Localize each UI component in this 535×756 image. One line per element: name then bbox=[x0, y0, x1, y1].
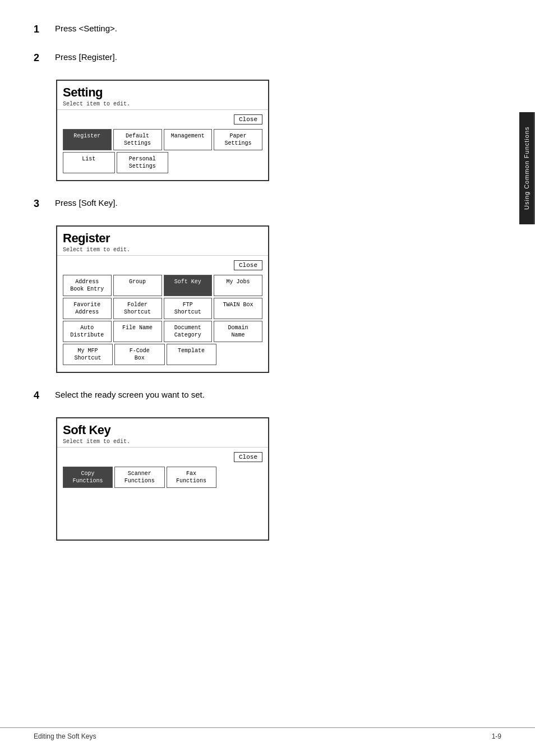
screen2-template-btn[interactable]: Template bbox=[167, 344, 216, 365]
step-number-2: 2 bbox=[34, 52, 50, 64]
screen1-personal-settings-btn[interactable]: PersonalSettings bbox=[117, 152, 169, 173]
screen2-subtitle: Select item to edit. bbox=[63, 247, 262, 253]
screen1-register-btn[interactable]: Register bbox=[63, 129, 112, 150]
screen3-scanner-functions-btn[interactable]: ScannerFunctions bbox=[114, 467, 164, 488]
footer-left: Editing the Soft Keys bbox=[34, 732, 96, 740]
step-1: 1 Press <Setting>. bbox=[34, 22, 482, 35]
screen2-auto-distribute-btn[interactable]: AutoDistribute bbox=[63, 321, 112, 342]
screen2-document-category-btn[interactable]: DocumentCategory bbox=[164, 321, 213, 342]
screen-register: Register Select item to edit. Close Addr… bbox=[56, 225, 482, 373]
step-number-3: 3 bbox=[34, 198, 50, 210]
step-number-4: 4 bbox=[34, 390, 50, 402]
step-text-3: Press [Soft Key]. bbox=[55, 198, 118, 208]
screen3-close-button[interactable]: Close bbox=[234, 452, 262, 462]
screen2-ftp-shortcut-btn[interactable]: FTPShortcut bbox=[164, 298, 213, 319]
screen2-my-mfp-shortcut-btn[interactable]: My MFPShortcut bbox=[63, 344, 113, 365]
screen2-domain-name-btn[interactable]: DomainName bbox=[214, 321, 262, 342]
screen2-group-btn[interactable]: Group bbox=[113, 275, 162, 296]
page-footer: Editing the Soft Keys 1-9 bbox=[0, 727, 535, 745]
screen2-file-name-btn[interactable]: File Name bbox=[113, 321, 162, 342]
step-number-1: 1 bbox=[34, 24, 50, 35]
screen1-management-btn[interactable]: Management bbox=[164, 129, 213, 150]
step-text-4: Select the ready screen you want to set. bbox=[55, 390, 205, 399]
screen1-default-settings-btn[interactable]: DefaultSettings bbox=[113, 129, 162, 150]
screen3-subtitle: Select item to edit. bbox=[63, 439, 262, 445]
screen2-title: Register bbox=[63, 231, 262, 246]
screen-setting: Setting Select item to edit. Close Regis… bbox=[56, 80, 482, 181]
screen1-close-button[interactable]: Close bbox=[234, 114, 262, 125]
step-text-2: Press [Register]. bbox=[55, 52, 117, 62]
screen1-paper-settings-btn[interactable]: PaperSettings bbox=[214, 129, 262, 150]
step-text-1: Press <Setting>. bbox=[55, 24, 117, 33]
screen2-folder-shortcut-btn[interactable]: FolderShortcut bbox=[113, 298, 162, 319]
screen3-title: Soft Key bbox=[63, 423, 262, 437]
step-4: 4 Select the ready screen you want to se… bbox=[34, 389, 482, 402]
screen2-f-code-box-btn[interactable]: F-CodeBox bbox=[114, 344, 164, 365]
screen2-soft-key-btn[interactable]: Soft Key bbox=[164, 275, 213, 296]
step-3: 3 Press [Soft Key]. bbox=[34, 197, 482, 210]
screen1-title: Setting bbox=[63, 85, 262, 100]
screen2-my-jobs-btn[interactable]: My Jobs bbox=[214, 275, 262, 296]
screen2-address-book-entry-btn[interactable]: AddressBook Entry bbox=[63, 275, 112, 296]
screen2-close-button[interactable]: Close bbox=[234, 260, 262, 270]
screen3-fax-functions-btn[interactable]: FaxFunctions bbox=[167, 467, 216, 488]
screen2-twain-box-btn[interactable]: TWAIN Box bbox=[214, 298, 262, 319]
screen1-list-btn[interactable]: List bbox=[63, 152, 115, 173]
screen2-favorite-address-btn[interactable]: FavoriteAddress bbox=[63, 298, 112, 319]
step-2: 2 Press [Register]. bbox=[34, 51, 482, 64]
screen1-subtitle: Select item to edit. bbox=[63, 101, 262, 107]
screen-soft-key: Soft Key Select item to edit. Close Copy… bbox=[56, 417, 482, 541]
footer-right: 1-9 bbox=[492, 732, 501, 740]
side-tab-label: Using Common Functions bbox=[519, 112, 535, 224]
screen3-copy-functions-btn[interactable]: CopyFunctions bbox=[63, 467, 113, 488]
